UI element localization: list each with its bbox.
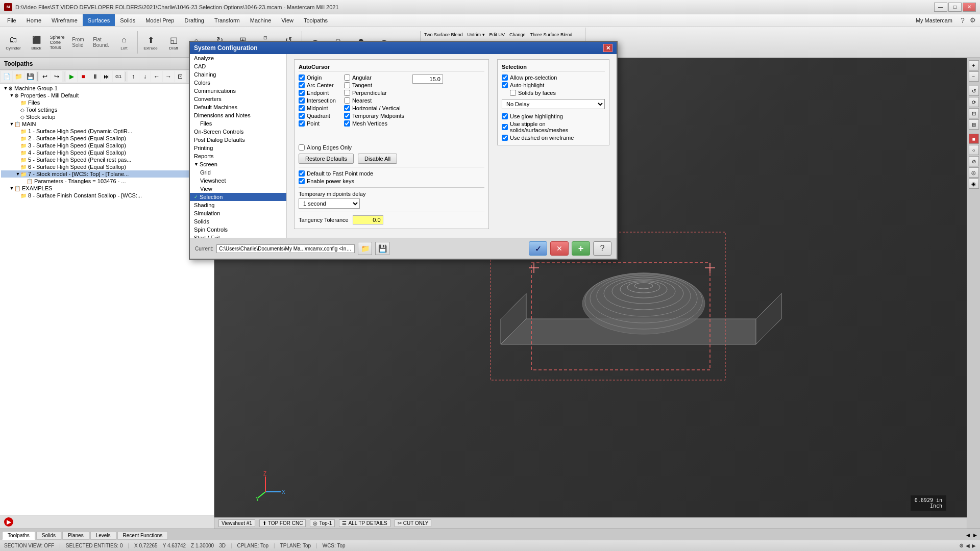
cb-intersection[interactable]: Intersection [299, 97, 336, 104]
view-indicator[interactable]: ◎Top-1 [310, 519, 335, 527]
lp-save-btn[interactable]: 💾 [24, 71, 36, 82]
tree-item[interactable]: 📁3 - Surface High Speed (Equal Scallop) [1, 142, 213, 149]
cb-glow-highlight[interactable]: Use glow highlighting [502, 113, 605, 119]
restore-defaults-btn[interactable]: Restore Defaults [299, 154, 354, 164]
minimize-btn[interactable]: — [934, 3, 947, 12]
lp-pause-btn[interactable]: ⏸ [89, 71, 101, 82]
cb-midpoint[interactable]: Midpoint [299, 105, 336, 111]
dlg-tree-printing[interactable]: Printing [190, 144, 286, 152]
tree-item[interactable]: 📋Parameters - Triangles = 103476 - ... [1, 178, 213, 185]
tb-extrude[interactable]: ⬆Extrude [139, 31, 162, 54]
cb-fast-point[interactable]: Default to Fast Point mode [299, 170, 484, 177]
tab-solids[interactable]: Solids [36, 531, 61, 540]
dlg-tree-on-screen[interactable]: On-Screen Controls [190, 128, 286, 136]
tab-toolpaths[interactable]: Toolpaths [2, 531, 35, 540]
dlg-tree-post-dialog[interactable]: Post Dialog Defaults [190, 136, 286, 144]
tb-two-surface-blend[interactable]: Two Surface Blend [422, 28, 465, 42]
dlg-tree-cad[interactable]: CAD [190, 62, 286, 70]
tb-three-surface-blend[interactable]: Three Surface Blend [528, 28, 575, 42]
cut-indicator[interactable]: ✂CUT ONLY [395, 519, 432, 527]
tb-change[interactable]: Change [507, 28, 528, 42]
cb-tangent[interactable]: Tangent [344, 82, 404, 88]
rp-btn3[interactable]: ↺ [969, 86, 979, 96]
cb-mesh-vertices[interactable]: Mesh Vertices [344, 120, 404, 127]
tree-item[interactable]: 📁8 - Surface Finish Constant Scallop - [… [1, 192, 213, 199]
dlg-tree-shading[interactable]: Shading [190, 201, 286, 209]
lp-undo-btn[interactable]: ↩ [39, 71, 51, 82]
lp-g1-btn[interactable]: G1 [113, 71, 124, 82]
cb-quadrant[interactable]: Quadrant [299, 113, 336, 119]
tree-item[interactable]: 📁1 - Surface High Speed (Dynamic OptiR..… [1, 128, 213, 135]
tree-item[interactable]: ▼📋EXAMPLES [1, 185, 213, 192]
cb-temp-midpoints[interactable]: Temporary Midpoints [344, 113, 404, 119]
tab-levels[interactable]: Levels [90, 531, 116, 540]
tree-item[interactable]: 📁6 - Surface High Speed (Equal Scallop) [1, 163, 213, 170]
tree-item[interactable]: 📁Files [1, 99, 213, 106]
cb-dashed-wireframe[interactable]: Use dashed on wireframe [502, 135, 605, 141]
scroll-right-btn[interactable]: ▶ [972, 531, 978, 540]
tree-area[interactable]: ▼⚙Machine Group-1 ▼⚙Properties - Mill De… [0, 84, 214, 515]
lp-select-all-btn[interactable]: ⊡ [175, 71, 186, 82]
dlg-tree-simulation[interactable]: Simulation [190, 209, 286, 217]
detail-indicator[interactable]: ☰ALL TP DETAILS [339, 519, 390, 527]
tb-loft[interactable]: ⌂Loft [113, 31, 135, 54]
tb-block[interactable]: ⬛Block [25, 31, 47, 54]
cb-point[interactable]: Point [299, 120, 336, 127]
status-icon3[interactable]: ▶ [972, 543, 976, 548]
lp-open-btn[interactable]: 📁 [13, 71, 24, 82]
rp-btn2[interactable]: − [969, 71, 979, 82]
tb-untrim[interactable]: Untrim ▾ [465, 28, 487, 42]
tree-item[interactable]: ◇Stock setup [1, 113, 213, 120]
cb-endpoint[interactable]: Endpoint [299, 90, 336, 96]
dlg-tree-view[interactable]: View [190, 185, 286, 193]
tb-cylinder[interactable]: 🗂Cylinder [2, 31, 24, 54]
dlg-tree-reports[interactable]: Reports [190, 152, 286, 160]
tb-from-solid[interactable]: FromSolid [67, 31, 89, 54]
cb-perpendicular[interactable]: Perpendicular [344, 90, 404, 96]
tb-flat-boundary[interactable]: FlatBound. [90, 31, 112, 54]
lp-run-btn[interactable]: ▶ [66, 71, 77, 82]
footer-save-btn[interactable]: 💾 [375, 242, 389, 255]
dlg-tree-files[interactable]: Files [190, 119, 286, 128]
menu-wireframe[interactable]: Wireframe [46, 14, 83, 26]
cb-nearest[interactable]: Nearest [344, 97, 404, 104]
menu-solids[interactable]: Solids [115, 14, 140, 26]
dlg-tree-start-exit[interactable]: Start / Exit [190, 234, 286, 238]
midpoints-delay-select[interactable]: 1 second 2 seconds 0.5 seconds Off [299, 198, 360, 209]
rp-btn10[interactable]: ◎ [969, 167, 979, 178]
dlg-tree-communications[interactable]: Communications [190, 87, 286, 95]
left-panel-run-btn[interactable]: ▶ [0, 515, 214, 529]
close-btn[interactable]: ✕ [963, 3, 976, 12]
tree-item[interactable]: 📁4 - Surface High Speed (Equal Scallop) [1, 149, 213, 156]
tree-item[interactable]: ▼⚙Machine Group-1 [1, 85, 213, 92]
tangency-input[interactable] [353, 215, 383, 224]
tb-edit-uv[interactable]: Edit UV [487, 28, 507, 42]
tree-item[interactable]: 📁5 - Surface High Speed (Pencil rest pas… [1, 156, 213, 163]
cb-arc-center[interactable]: Arc Center [299, 82, 336, 88]
menu-drafting[interactable]: Drafting [179, 14, 209, 26]
menu-help[interactable]: ? [958, 14, 968, 26]
cb-power-keys[interactable]: Enable power keys [299, 178, 484, 184]
dlg-tree-analyze[interactable]: Analyze [190, 54, 286, 62]
cb-angular[interactable]: Angular [344, 74, 404, 81]
dlg-tree-grid[interactable]: Grid [190, 168, 286, 177]
dlg-tree-chaining[interactable]: Chaining [190, 70, 286, 79]
cb-horiz-vert[interactable]: Horizontal / Vertical [344, 105, 404, 111]
footer-folder-btn[interactable]: 📁 [358, 242, 372, 255]
footer-cancel-btn[interactable]: ✕ [550, 241, 569, 256]
dlg-tree-spin-controls[interactable]: Spin Controls [190, 226, 286, 234]
rp-btn8[interactable]: ○ [969, 145, 979, 155]
tree-item[interactable]: ◇Tool settings [1, 106, 213, 113]
disable-all-btn[interactable]: Disable All [358, 154, 397, 164]
menu-view[interactable]: View [276, 14, 299, 26]
status-icon1[interactable]: ⚙ [959, 543, 964, 548]
rp-btn5[interactable]: ⊡ [969, 108, 979, 118]
plane-indicator[interactable]: ⬆TOP FOR CNC [259, 519, 306, 527]
footer-add-btn[interactable]: + [572, 241, 590, 256]
lp-new-btn[interactable]: 📄 [1, 71, 12, 82]
scroll-left-btn[interactable]: ◀ [965, 531, 971, 540]
rp-btn6[interactable]: ⊞ [969, 119, 979, 130]
dlg-tree-default-machines[interactable]: Default Machines [190, 103, 286, 111]
dlg-tree-viewsheet[interactable]: Viewsheet [190, 177, 286, 185]
dlg-tree-selection[interactable]: ✓Selection [190, 193, 286, 201]
